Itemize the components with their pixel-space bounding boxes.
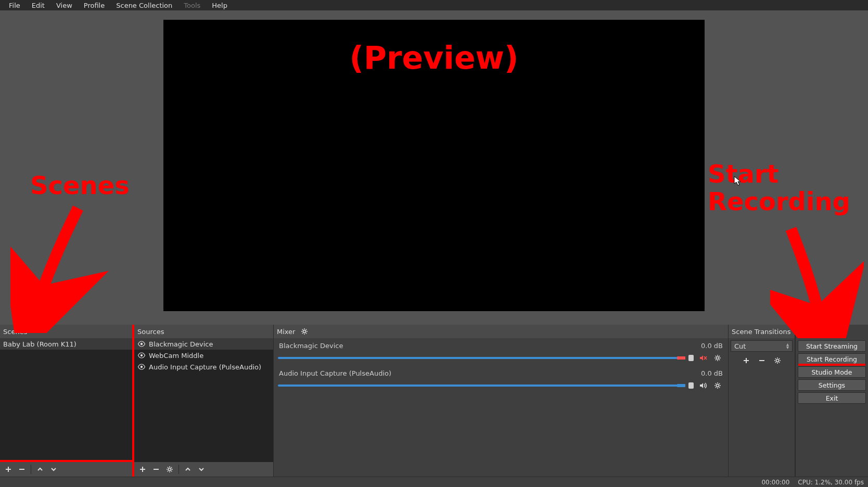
sources-remove-button[interactable] bbox=[150, 464, 162, 475]
scenes-moveup-button[interactable] bbox=[34, 464, 46, 475]
eye-icon[interactable] bbox=[137, 340, 146, 348]
transition-select[interactable]: Cut ▴▾ bbox=[731, 340, 793, 352]
toolbar-separator bbox=[31, 465, 31, 474]
scenes-movedown-button[interactable] bbox=[47, 464, 60, 475]
mixer-dock: Mixer Blackmagic Device 0.0 dB bbox=[274, 325, 729, 477]
eye-icon[interactable] bbox=[137, 363, 146, 371]
source-item-label: WebCam Middle bbox=[149, 352, 203, 360]
source-item-label: Audio Input Capture (PulseAudio) bbox=[149, 363, 261, 371]
toolbar-separator bbox=[178, 465, 179, 474]
mixer-mute-button[interactable] bbox=[697, 380, 709, 391]
mixer-settings-button[interactable] bbox=[298, 326, 311, 337]
sources-toolbar bbox=[134, 462, 273, 477]
svg-point-7 bbox=[776, 360, 778, 362]
statusbar: 00:00:00 CPU: 1.2%, 30.00 fps bbox=[0, 477, 868, 487]
menu-edit[interactable]: Edit bbox=[26, 1, 50, 10]
sources-add-button[interactable] bbox=[136, 464, 149, 475]
mixer-channel-db: 0.0 dB bbox=[701, 342, 723, 350]
controls-body: Start Streaming Start Recording Studio M… bbox=[796, 338, 868, 477]
main-area: (Preview) Scenes Start Recording bbox=[0, 10, 868, 325]
sources-dock: Sources Blackmagic Device WebCam Middle … bbox=[134, 325, 274, 477]
source-item[interactable]: Audio Input Capture (PulseAudio) bbox=[134, 361, 273, 373]
transition-add-button[interactable] bbox=[740, 355, 752, 366]
sources-list[interactable]: Blackmagic Device WebCam Middle Audio In… bbox=[134, 338, 273, 462]
scenes-toolbar bbox=[0, 462, 132, 477]
menu-tools[interactable]: Tools bbox=[178, 1, 206, 10]
source-item-label: Blackmagic Device bbox=[149, 340, 213, 348]
mixer-meter-bar bbox=[278, 357, 685, 359]
scene-item-label: Baby Lab (Room K11) bbox=[3, 340, 76, 348]
svg-point-3 bbox=[169, 468, 171, 471]
start-recording-button[interactable]: Start Recording bbox=[798, 353, 866, 365]
transitions-header[interactable]: Scene Transitions bbox=[729, 325, 795, 338]
transitions-dock: Scene Transitions Cut ▴▾ bbox=[729, 325, 795, 477]
menu-view[interactable]: View bbox=[50, 1, 78, 10]
scene-item[interactable]: Baby Lab (Room K11) bbox=[0, 338, 132, 350]
annotation-start-recording-label: Start Recording bbox=[708, 160, 850, 215]
scenes-dock: Scenes Baby Lab (Room K11) bbox=[0, 325, 134, 477]
annotation-preview-label: (Preview) bbox=[350, 40, 519, 76]
mixer-meter-bar bbox=[278, 385, 685, 387]
svg-point-0 bbox=[141, 343, 143, 345]
mixer-channel-name: Audio Input Capture (PulseAudio) bbox=[279, 369, 391, 377]
controls-dock: Start Streaming Start Recording Studio M… bbox=[795, 325, 868, 477]
mixer-mute-button[interactable] bbox=[697, 352, 709, 364]
menubar: File Edit View Profile Scene Collection … bbox=[0, 0, 868, 10]
svg-point-6 bbox=[717, 385, 719, 387]
mixer-body: Blackmagic Device 0.0 dB Audio Input Cap… bbox=[274, 338, 728, 477]
transition-remove-button[interactable] bbox=[756, 355, 768, 366]
menu-help[interactable]: Help bbox=[206, 1, 233, 10]
sources-movedown-button[interactable] bbox=[195, 464, 208, 475]
start-streaming-button[interactable]: Start Streaming bbox=[798, 340, 866, 352]
controls-header bbox=[796, 325, 868, 338]
chevron-updown-icon: ▴▾ bbox=[786, 343, 789, 349]
transition-selected-label: Cut bbox=[734, 342, 746, 350]
scenes-header[interactable]: Scenes bbox=[0, 325, 132, 338]
sources-properties-button[interactable] bbox=[163, 464, 176, 475]
sources-moveup-button[interactable] bbox=[182, 464, 194, 475]
menu-profile[interactable]: Profile bbox=[78, 1, 110, 10]
eye-icon[interactable] bbox=[137, 351, 146, 360]
mixer-volume-slider[interactable] bbox=[688, 355, 694, 361]
transitions-body: Cut ▴▾ bbox=[729, 338, 795, 477]
svg-point-5 bbox=[717, 357, 719, 360]
settings-button[interactable]: Settings bbox=[798, 379, 866, 391]
exit-button[interactable]: Exit bbox=[798, 392, 866, 404]
studio-mode-button[interactable]: Studio Mode bbox=[798, 366, 866, 378]
svg-point-1 bbox=[141, 354, 143, 356]
docks-row: Scenes Baby Lab (Room K11) Sources Black… bbox=[0, 325, 868, 477]
mixer-channel: Audio Input Capture (PulseAudio) 0.0 dB bbox=[278, 369, 724, 391]
mixer-channel-settings-button[interactable] bbox=[711, 352, 724, 364]
mixer-header[interactable]: Mixer bbox=[274, 325, 728, 338]
menu-file[interactable]: File bbox=[3, 1, 26, 10]
preview-canvas[interactable]: (Preview) bbox=[163, 20, 705, 311]
annotation-scenes-label: Scenes bbox=[30, 172, 130, 199]
mixer-channel-db: 0.0 dB bbox=[701, 369, 723, 377]
mixer-title: Mixer bbox=[277, 328, 295, 336]
status-time: 00:00:00 bbox=[761, 479, 789, 486]
mixer-channel-settings-button[interactable] bbox=[711, 380, 724, 391]
annotation-scenes-arrow-icon bbox=[10, 198, 114, 333]
scenes-add-button[interactable] bbox=[2, 464, 15, 475]
source-item[interactable]: WebCam Middle bbox=[134, 350, 273, 361]
mixer-volume-slider[interactable] bbox=[688, 382, 694, 389]
mixer-channel: Blackmagic Device 0.0 dB bbox=[278, 341, 724, 364]
transition-properties-button[interactable] bbox=[771, 355, 784, 366]
scenes-remove-button[interactable] bbox=[16, 464, 28, 475]
svg-point-2 bbox=[141, 366, 143, 368]
sources-header[interactable]: Sources bbox=[134, 325, 273, 338]
status-cpu: CPU: 1.2%, 30.00 fps bbox=[798, 479, 864, 486]
scenes-list[interactable]: Baby Lab (Room K11) bbox=[0, 338, 132, 462]
source-item[interactable]: Blackmagic Device bbox=[134, 338, 273, 350]
mixer-channel-name: Blackmagic Device bbox=[279, 342, 343, 350]
svg-point-4 bbox=[303, 330, 306, 333]
menu-scene-collection[interactable]: Scene Collection bbox=[110, 1, 178, 10]
